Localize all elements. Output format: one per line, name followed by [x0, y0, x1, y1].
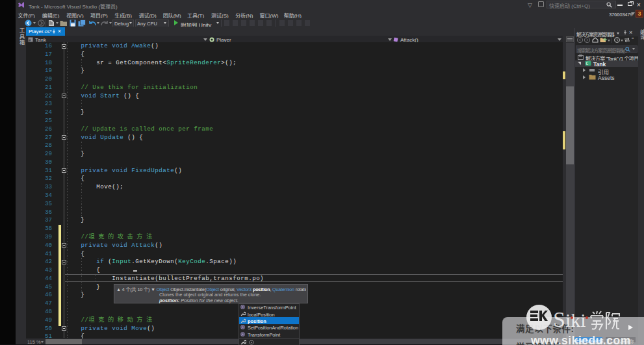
svg-text:#: # — [29, 37, 31, 42]
svg-text:C: C — [586, 61, 589, 66]
